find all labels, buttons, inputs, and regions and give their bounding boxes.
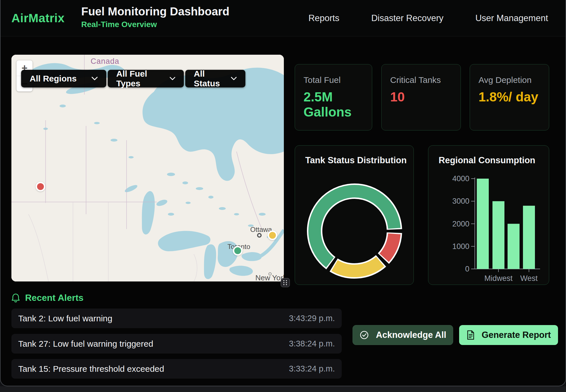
status-filter-value: All Status bbox=[194, 69, 231, 88]
tank-status-donut-chart bbox=[295, 166, 414, 279]
alerts-title: Recent Alerts bbox=[25, 293, 84, 303]
bell-icon bbox=[11, 293, 20, 303]
svg-text:West: West bbox=[520, 274, 538, 283]
nav-disaster-recovery[interactable]: Disaster Recovery bbox=[371, 13, 443, 23]
alert-time: 3:33:24 p.m. bbox=[289, 364, 335, 373]
region-filter-dropdown[interactable]: All Regions bbox=[21, 70, 106, 87]
page-subtitle: Real-Time Overview bbox=[81, 20, 229, 29]
alert-text: Tank 27: Low fuel warning triggered bbox=[18, 339, 153, 349]
document-icon bbox=[466, 330, 475, 340]
map-panel[interactable]: Canada Ottawa Toronto New York + − All R… bbox=[11, 55, 284, 281]
region-filter-value: All Regions bbox=[30, 74, 77, 83]
alert-row: Tank 15: Pressure threshold exceeded 3:3… bbox=[11, 359, 342, 379]
nav-reports[interactable]: Reports bbox=[308, 13, 339, 23]
alert-row: Tank 2: Low fuel warning 3:43:29 p.m. bbox=[11, 309, 342, 328]
page-title: Fuel Monitoring Dashboard bbox=[81, 5, 229, 18]
nav-user-management[interactable]: User Management bbox=[475, 13, 548, 23]
tank-status-title: Tank Status Distribution bbox=[295, 146, 414, 166]
alert-time: 3:43:29 p.m. bbox=[289, 314, 335, 323]
stat-label: Total Fuel bbox=[304, 75, 363, 85]
chevron-down-icon bbox=[170, 77, 175, 81]
alerts-header: Recent Alerts bbox=[11, 293, 84, 303]
regional-consumption-title: Regional Consumption bbox=[428, 146, 549, 166]
map-marker-red[interactable] bbox=[36, 182, 45, 191]
svg-text:Midwest: Midwest bbox=[484, 274, 513, 283]
alert-row: Tank 27: Low fuel warning triggered 3:38… bbox=[11, 334, 342, 354]
regional-consumption-card: Regional Consumption 01000200030004000Mi… bbox=[428, 145, 549, 285]
window-bottom-strip bbox=[0, 386, 566, 392]
main-nav: Reports Disaster Recovery User Managemen… bbox=[308, 0, 548, 36]
fuel-type-filter-value: All Fuel Types bbox=[116, 69, 170, 88]
alert-text: Tank 15: Pressure threshold exceeded bbox=[18, 364, 164, 374]
chevron-down-icon bbox=[91, 77, 98, 81]
check-circle-icon bbox=[359, 330, 369, 340]
app-window: AirMatrix Fuel Monitoring Dashboard Real… bbox=[0, 0, 566, 386]
map-marker-green[interactable] bbox=[233, 246, 243, 256]
svg-text:1000: 1000 bbox=[452, 242, 469, 251]
stat-card-avg-depletion: Avg Depletion 1.8%/ day bbox=[470, 64, 549, 130]
header: AirMatrix Fuel Monitoring Dashboard Real… bbox=[1, 0, 565, 36]
generate-report-button[interactable]: Generate Report bbox=[459, 325, 558, 345]
alert-time: 3:38:24 p.m. bbox=[289, 339, 335, 348]
ottawa-city-dot-icon bbox=[257, 233, 262, 238]
fuel-type-filter-dropdown[interactable]: All Fuel Types bbox=[108, 70, 184, 87]
stat-value-critical-tanks: 10 bbox=[390, 89, 452, 105]
stat-label: Avg Depletion bbox=[479, 75, 540, 85]
stat-label: Critical Tanks bbox=[390, 75, 452, 85]
svg-text:0: 0 bbox=[465, 265, 469, 273]
stat-card-critical-tanks: Critical Tanks 10 bbox=[381, 64, 461, 130]
svg-text:3000: 3000 bbox=[452, 197, 469, 205]
status-filter-dropdown[interactable]: All Status bbox=[185, 70, 245, 87]
title-block: Fuel Monitoring Dashboard Real-Time Over… bbox=[81, 5, 229, 29]
map-marker-yellow[interactable] bbox=[268, 230, 277, 240]
map-label-canada: Canada bbox=[91, 57, 119, 66]
svg-text:2000: 2000 bbox=[452, 220, 469, 228]
stat-value-total-fuel: 2.5M Gallons bbox=[304, 89, 363, 120]
tank-status-card: Tank Status Distribution bbox=[295, 145, 414, 285]
stat-card-total-fuel: Total Fuel 2.5M Gallons bbox=[295, 64, 372, 130]
regional-consumption-bar-chart: 01000200030004000MidwestWest bbox=[428, 166, 549, 285]
svg-text:4000: 4000 bbox=[452, 174, 469, 183]
map-filters: All Regions All Fuel Types All Status bbox=[21, 70, 245, 87]
new-york-city-dot-icon bbox=[268, 272, 272, 275]
acknowledge-all-label: Acknowledge All bbox=[376, 330, 446, 340]
generate-report-label: Generate Report bbox=[482, 330, 551, 340]
chevron-down-icon bbox=[231, 77, 237, 81]
brand-logo[interactable]: AirMatrix bbox=[11, 11, 65, 25]
acknowledge-all-button[interactable]: Acknowledge All bbox=[353, 325, 453, 345]
stat-value-avg-depletion: 1.8%/ day bbox=[479, 89, 540, 105]
map-resize-handle[interactable] bbox=[281, 278, 290, 287]
alert-text: Tank 2: Low fuel warning bbox=[18, 314, 112, 323]
